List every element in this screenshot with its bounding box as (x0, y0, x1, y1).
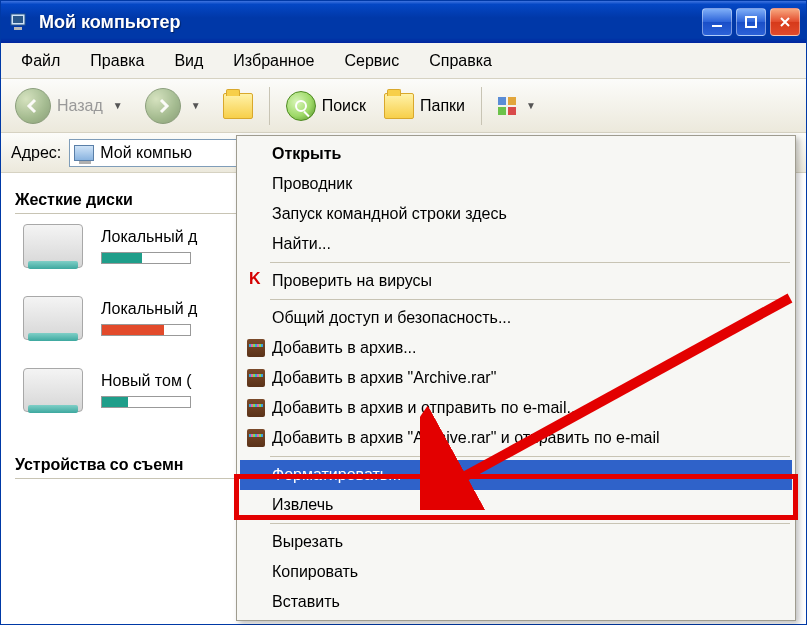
drive-usage-bar (101, 324, 191, 336)
context-menu-item-label: Добавить в архив... (272, 339, 417, 357)
context-menu-item[interactable]: Найти... (240, 229, 792, 259)
drive-info: Локальный д (101, 300, 197, 336)
forward-button[interactable] (145, 88, 181, 124)
back-label: Назад (57, 97, 103, 115)
up-button[interactable] (217, 93, 259, 119)
context-menu-separator (270, 262, 790, 263)
drive-icon (23, 224, 83, 268)
drive-label: Локальный д (101, 300, 197, 318)
context-menu-item[interactable]: Добавить в архив... (240, 333, 792, 363)
context-menu-item[interactable]: Добавить в архив и отправить по e-mail..… (240, 393, 792, 423)
drive-label: Новый том ( (101, 372, 192, 390)
drive-usage-bar (101, 252, 191, 264)
context-menu-item-label: Добавить в архив "Archive.rar" (272, 369, 496, 387)
maximize-button[interactable] (736, 8, 766, 36)
toolbar-separator-2 (481, 87, 482, 125)
context-menu-item[interactable]: Добавить в архив "Archive.rar" и отправи… (240, 423, 792, 453)
context-menu-item-label: Добавить в архив "Archive.rar" и отправи… (272, 429, 660, 447)
context-menu-item-label: Проверить на вирусы (272, 272, 432, 290)
context-menu-item[interactable]: Запуск командной строки здесь (240, 199, 792, 229)
drive-label: Локальный д (101, 228, 197, 246)
nav-back-group[interactable]: Назад ▼ (9, 88, 133, 124)
kaspersky-icon (246, 271, 266, 291)
context-menu: ОткрытьПроводникЗапуск командной строки … (236, 135, 796, 621)
minimize-button[interactable] (702, 8, 732, 36)
context-menu-item-label: Найти... (272, 235, 331, 253)
context-menu-item-label: Общий доступ и безопасность... (272, 309, 511, 327)
search-icon (286, 91, 316, 121)
context-menu-item[interactable]: Извлечь (240, 490, 792, 520)
winrar-icon (246, 428, 266, 448)
folders-label: Папки (420, 97, 465, 115)
context-menu-separator (270, 523, 790, 524)
context-menu-item-label: Проводник (272, 175, 352, 193)
winrar-icon (246, 338, 266, 358)
context-menu-item[interactable]: Проводник (240, 169, 792, 199)
drive-usage-bar (101, 396, 191, 408)
menu-favorites[interactable]: Избранное (219, 48, 328, 74)
context-menu-item[interactable]: Проверить на вирусы (240, 266, 792, 296)
titlebar: Мой компьютер (1, 1, 806, 43)
window-buttons (702, 8, 800, 36)
back-button[interactable] (15, 88, 51, 124)
context-menu-item-label: Открыть (272, 145, 341, 163)
context-menu-item[interactable]: Добавить в архив "Archive.rar" (240, 363, 792, 393)
context-menu-item-label: Добавить в архив и отправить по e-mail..… (272, 399, 580, 417)
views-icon (498, 97, 516, 115)
address-label: Адрес: (11, 144, 61, 162)
menu-view[interactable]: Вид (160, 48, 217, 74)
menu-help[interactable]: Справка (415, 48, 506, 74)
context-menu-item-label: Вставить (272, 593, 340, 611)
nav-forward-group[interactable]: ▼ (139, 88, 211, 124)
context-menu-item[interactable]: Копировать (240, 557, 792, 587)
back-dropdown-icon[interactable]: ▼ (109, 100, 127, 111)
context-menu-item[interactable]: Общий доступ и безопасность... (240, 303, 792, 333)
svg-rect-1 (13, 16, 23, 23)
context-menu-item-label: Вырезать (272, 533, 343, 551)
context-menu-item[interactable]: Открыть (240, 139, 792, 169)
menu-tools[interactable]: Сервис (330, 48, 413, 74)
context-menu-item[interactable]: Вырезать (240, 527, 792, 557)
search-button[interactable]: Поиск (280, 91, 372, 121)
menu-file[interactable]: Файл (7, 48, 74, 74)
folder-up-icon (223, 93, 253, 119)
drive-info: Новый том ( (101, 372, 192, 408)
close-button[interactable] (770, 8, 800, 36)
search-label: Поиск (322, 97, 366, 115)
context-menu-item-label: Извлечь (272, 496, 333, 514)
svg-rect-3 (712, 25, 722, 27)
folders-button[interactable]: Папки (378, 93, 471, 119)
winrar-icon (246, 398, 266, 418)
context-menu-separator (270, 456, 790, 457)
drive-icon (23, 368, 83, 412)
window-title: Мой компьютер (39, 12, 702, 33)
folders-icon (384, 93, 414, 119)
toolbar: Назад ▼ ▼ Поиск Папки ▼ (1, 79, 806, 133)
menubar: Файл Правка Вид Избранное Сервис Справка (1, 43, 806, 79)
context-menu-item[interactable]: Вставить (240, 587, 792, 617)
context-menu-separator (270, 299, 790, 300)
address-pc-icon (74, 145, 94, 161)
context-menu-item-label: Копировать (272, 563, 358, 581)
context-menu-item[interactable]: Форматировать... (240, 460, 792, 490)
drive-icon (23, 296, 83, 340)
drive-info: Локальный д (101, 228, 197, 264)
svg-rect-2 (14, 27, 22, 30)
views-dropdown-icon[interactable]: ▼ (522, 100, 540, 111)
toolbar-separator (269, 87, 270, 125)
context-menu-item-label: Запуск командной строки здесь (272, 205, 507, 223)
menu-edit[interactable]: Правка (76, 48, 158, 74)
my-computer-icon (9, 11, 31, 33)
context-menu-item-label: Форматировать... (272, 466, 401, 484)
views-button[interactable]: ▼ (492, 97, 546, 115)
forward-dropdown-icon[interactable]: ▼ (187, 100, 205, 111)
svg-rect-4 (746, 17, 756, 27)
winrar-icon (246, 368, 266, 388)
address-value: Мой компью (100, 144, 192, 162)
